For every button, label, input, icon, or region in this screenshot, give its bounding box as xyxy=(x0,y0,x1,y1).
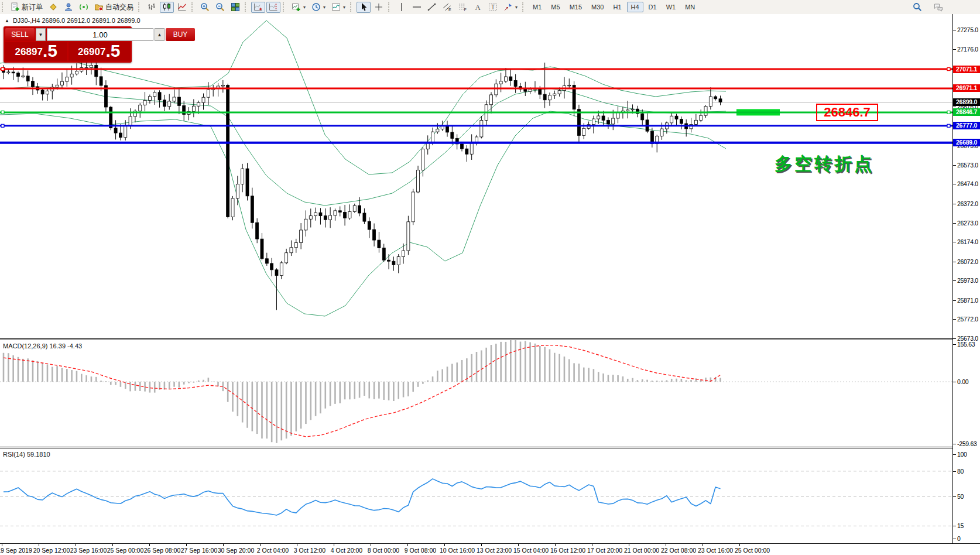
macd-pane[interactable] xyxy=(0,340,952,447)
chart-shift-button[interactable] xyxy=(266,2,280,13)
timeframe-d1-button[interactable]: D1 xyxy=(645,2,661,12)
profiles-icon xyxy=(311,2,321,12)
signal-button[interactable] xyxy=(77,2,91,13)
time-tick xyxy=(592,544,592,546)
time-label: 23 Sep 16:00 xyxy=(70,547,107,554)
buy-price[interactable]: 26907.5 xyxy=(68,42,131,61)
volume-up-button[interactable]: ▲ xyxy=(155,28,165,41)
axis-tick xyxy=(953,204,956,204)
profiles-button[interactable]: ▾ xyxy=(309,2,328,13)
timeframe-m5-button[interactable]: M5 xyxy=(547,2,564,12)
text-label-button[interactable]: T xyxy=(486,2,500,13)
trendline-button[interactable] xyxy=(425,2,439,13)
horizontal-line-button[interactable] xyxy=(410,2,424,13)
search-button[interactable] xyxy=(910,2,924,13)
bar-chart-button[interactable] xyxy=(145,2,159,13)
time-tick xyxy=(481,544,482,546)
main-price-pane[interactable] xyxy=(0,14,952,338)
search-icon xyxy=(913,2,922,12)
fibonacci-icon: F xyxy=(458,2,467,12)
trendline-icon xyxy=(427,2,437,12)
volume-input[interactable] xyxy=(47,28,153,41)
time-tick xyxy=(112,544,113,546)
line-handle[interactable] xyxy=(947,124,950,127)
timeframe-m15-button[interactable]: M15 xyxy=(566,2,586,12)
new-chart-button[interactable]: ▾ xyxy=(289,2,308,13)
vertical-line-button[interactable] xyxy=(395,2,409,13)
price-callout-box[interactable]: 26846.7 xyxy=(816,104,878,121)
chevron-down-icon[interactable]: ▾ xyxy=(323,5,325,10)
text-button[interactable]: A xyxy=(471,2,485,13)
zoom-out-button[interactable] xyxy=(213,2,227,13)
arrows-button[interactable]: ▾ xyxy=(501,2,520,13)
styler-button[interactable] xyxy=(46,2,60,13)
toolbar: 新订单自动交易▾▾▾EFAT▾M1M5M15M30H1H4D1W1MN xyxy=(0,0,980,15)
new-chart-icon xyxy=(292,2,301,12)
turning-point-note[interactable]: 多空转折点 xyxy=(775,152,874,176)
timeframe-h1-button[interactable]: H1 xyxy=(609,2,625,12)
signal-icon xyxy=(79,2,88,12)
line-handle[interactable] xyxy=(1,68,4,71)
axis-tick xyxy=(953,496,956,497)
timeframe-mn-button[interactable]: MN xyxy=(681,2,699,12)
time-tick xyxy=(739,544,740,546)
toolbar-group-handle[interactable] xyxy=(138,2,142,12)
toolbar-group-handle[interactable] xyxy=(350,2,354,12)
time-label: 10 Oct 16:00 xyxy=(440,547,475,554)
toolbar-group-handle[interactable] xyxy=(388,2,392,12)
tile-windows-button[interactable] xyxy=(228,2,242,13)
axis-label: 26474.0 xyxy=(957,180,978,187)
rsi-line xyxy=(4,479,721,515)
line-chart-icon xyxy=(177,2,187,12)
time-tick xyxy=(260,544,261,546)
line-handle[interactable] xyxy=(947,111,950,114)
new-order-button[interactable]: 新订单 xyxy=(8,2,45,13)
time-label: 16 Oct 12:00 xyxy=(550,547,585,554)
toolbar-group-handle[interactable] xyxy=(191,2,196,12)
equidistant-channel-button[interactable]: E xyxy=(440,2,454,13)
line-handle[interactable] xyxy=(1,111,4,114)
collapse-panel-icon[interactable]: ▲ xyxy=(5,18,9,23)
toolbar-group-handle[interactable] xyxy=(245,2,249,12)
profile-button[interactable] xyxy=(61,2,76,13)
zoom-in-button[interactable] xyxy=(198,2,212,13)
timeframe-m30-button[interactable]: M30 xyxy=(587,2,608,12)
toolbar-group-handle[interactable] xyxy=(2,2,6,12)
time-tick xyxy=(555,544,556,546)
timeframe-m1-button[interactable]: M1 xyxy=(529,2,546,12)
svg-text:T: T xyxy=(491,4,495,11)
chevron-down-icon[interactable]: ▾ xyxy=(343,5,345,10)
price-axis[interactable]: 27275.027176.026876.026673.026573.026474… xyxy=(952,14,980,543)
fibonacci-button[interactable]: F xyxy=(455,2,470,13)
toolbar-group-handle[interactable] xyxy=(283,2,287,12)
toolbar-group-handle[interactable] xyxy=(522,2,526,12)
timeframe-h4-button[interactable]: H4 xyxy=(627,2,643,12)
sell-button[interactable]: SELL xyxy=(5,28,35,41)
volume-down-button[interactable]: ▼ xyxy=(36,28,46,41)
chevron-down-icon[interactable]: ▾ xyxy=(303,5,306,10)
cursor-button[interactable] xyxy=(357,2,371,13)
line-handle[interactable] xyxy=(947,68,950,71)
chat-button[interactable] xyxy=(931,2,945,13)
rsi-pane[interactable] xyxy=(0,448,952,543)
price-box-26689.0: 26689.0 xyxy=(953,139,980,146)
auto-scroll-button[interactable] xyxy=(251,2,265,13)
chart-window[interactable]: 27275.027176.026876.026673.026573.026474… xyxy=(0,14,980,555)
timeframe-w1-button[interactable]: W1 xyxy=(662,2,680,12)
svg-text:E: E xyxy=(448,8,451,12)
auto-trading-button[interactable]: 自动交易 xyxy=(92,2,136,13)
time-axis[interactable]: 19 Sep 201920 Sep 12:0023 Sep 16:0025 Se… xyxy=(0,543,980,555)
line-chart-button[interactable] xyxy=(175,2,189,13)
axis-tick xyxy=(953,539,956,539)
sell-price[interactable]: 26897.5 xyxy=(5,42,67,61)
axis-tick xyxy=(953,454,956,455)
buy-button[interactable]: BUY xyxy=(166,28,195,41)
templates-button[interactable]: ▾ xyxy=(329,2,348,13)
axis-tick xyxy=(953,444,956,444)
candle-chart-button[interactable] xyxy=(160,2,174,13)
axis-tick xyxy=(953,338,956,339)
chevron-down-icon[interactable]: ▾ xyxy=(515,5,518,10)
crosshair-button[interactable] xyxy=(372,2,386,13)
line-handle[interactable] xyxy=(1,124,4,127)
price-box-26777.0: 26777.0 xyxy=(953,122,980,129)
